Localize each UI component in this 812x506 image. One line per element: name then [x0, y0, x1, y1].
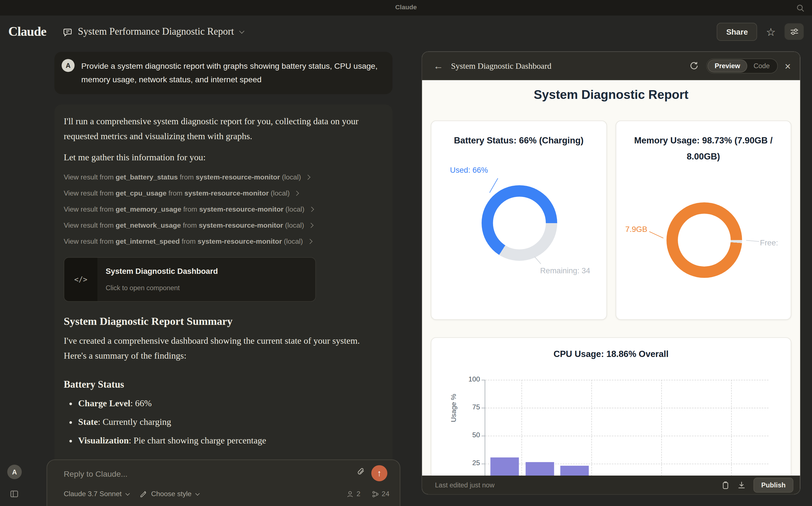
artifact-panel: ← System Diagnostic Dashboard Preview Co…	[422, 52, 800, 494]
memory-card-title: Memory Usage: 98.73% (7.90GB / 8.00GB)	[630, 133, 777, 165]
footer-actions: Publish	[722, 477, 793, 492]
tool-result-mid: from	[167, 186, 184, 200]
section-heading-battery: Battery Status	[64, 377, 383, 392]
composer-toolbar: Claude 3.7 Sonnet Choose style 2 24	[64, 490, 389, 498]
artifact-chip[interactable]: </> System Diagnostic Dashboard Click to…	[64, 257, 316, 302]
tool-result-suffix: (local)	[283, 202, 304, 217]
gridline	[522, 380, 522, 476]
y-tick-mark	[482, 436, 485, 436]
tool-server: system-resource-monitor	[198, 234, 282, 249]
artifact-footer: Last edited just now Publish	[422, 476, 800, 494]
battery-remaining-label: Remaining: 34	[540, 266, 590, 275]
tool-result-suffix: (local)	[280, 170, 301, 184]
person-icon	[347, 490, 354, 498]
last-edited-status: Last edited just now	[435, 481, 495, 489]
chevron-right-icon	[294, 191, 299, 196]
tab-preview[interactable]: Preview	[708, 60, 747, 72]
tool-result-link[interactable]: View result from get_internet_speed from…	[64, 233, 383, 249]
tool-server: system-resource-monitor	[184, 186, 269, 200]
copy-clipboard-icon[interactable]	[722, 480, 730, 489]
label-leader-line	[534, 257, 541, 264]
style-selector[interactable]: Choose style	[140, 490, 199, 498]
tool-results: View result from get_battery_status from…	[64, 169, 383, 250]
y-tick-label: 25	[461, 459, 480, 467]
tool-name: get_memory_usage	[116, 202, 181, 217]
assistant-intro: I'll run a comprehensive system diagnost…	[64, 114, 383, 144]
user-message: A Provide a system diagnostic report wit…	[55, 52, 392, 94]
user-message-text: Provide a system diagnostic report with …	[81, 62, 377, 84]
battery-bullet-list: Charge Level: 66% State: Currently charg…	[64, 396, 383, 448]
list-item: Charge Level: 66%	[78, 396, 383, 411]
tool-name: get_internet_speed	[116, 234, 179, 249]
star-icon[interactable]: ☆	[766, 26, 776, 37]
composer: ↑ Claude 3.7 Sonnet Choose style 2 24	[47, 459, 400, 506]
bullet-label: Visualization	[78, 435, 129, 446]
sliders-settings-icon[interactable]	[785, 23, 804, 40]
tool-result-link[interactable]: View result from get_battery_status from…	[64, 169, 383, 185]
branch-counter[interactable]: 24	[372, 490, 390, 498]
collaborators-counter[interactable]: 2	[347, 490, 361, 498]
header-actions: Share ☆	[717, 22, 804, 40]
battery-donut-chart	[482, 185, 557, 261]
cpu-usage-card: CPU Usage: 18.86% Overall Usage % 100755…	[431, 338, 791, 476]
chat-title-menu[interactable]: System Performance Diagnostic Report	[63, 26, 243, 37]
cpu-card-title: CPU Usage: 18.86% Overall	[431, 349, 791, 360]
bullet-label: Charge Level	[78, 398, 130, 408]
bullet-text: : 66%	[130, 398, 152, 408]
artifact-header: ← System Diagnostic Dashboard Preview Co…	[422, 52, 800, 80]
download-icon[interactable]	[738, 480, 746, 489]
memory-card: Memory Usage: 98.73% (7.90GB / 8.00GB) 7…	[615, 120, 792, 320]
y-tick-mark	[482, 380, 485, 381]
claude-logo[interactable]: Claude	[8, 24, 46, 38]
memory-free-label: Free:	[760, 238, 778, 247]
label-leader-line	[746, 240, 759, 242]
back-arrow-icon[interactable]: ←	[433, 61, 443, 71]
y-tick-mark	[482, 464, 485, 464]
gridline	[485, 380, 768, 381]
cpu-bar	[490, 457, 519, 476]
tool-result-link[interactable]: View result from get_memory_usage from s…	[64, 201, 383, 217]
tool-result-prefix: View result from	[64, 234, 116, 249]
list-item: State: Currently charging	[78, 414, 383, 429]
summary-heading: System Diagnostic Report Summary	[64, 314, 383, 329]
style-icon	[140, 490, 148, 498]
cpu-y-axis-label: Usage %	[450, 374, 458, 442]
close-icon[interactable]: ×	[785, 61, 791, 71]
app-window: Claude Claude System Performance Diagnos…	[0, 0, 812, 506]
tool-result-prefix: View result from	[64, 186, 116, 200]
send-button[interactable]: ↑	[371, 465, 387, 481]
counter-value: 2	[356, 490, 360, 498]
branch-icon	[372, 490, 379, 498]
sidebar-toggle-icon[interactable]	[10, 490, 19, 498]
tool-result-prefix: View result from	[64, 202, 116, 217]
chat-title: System Performance Diagnostic Report	[78, 26, 234, 37]
y-tick-label: 50	[461, 431, 480, 439]
model-selector[interactable]: Claude 3.7 Sonnet	[64, 490, 128, 498]
reply-input[interactable]	[64, 470, 351, 486]
artifact-content: System Diagnostic Report Battery Status:…	[422, 80, 800, 476]
refresh-icon[interactable]	[689, 62, 698, 70]
code-icon: </>	[64, 258, 97, 301]
gridline	[661, 380, 662, 476]
cpu-bar	[525, 462, 554, 476]
tool-result-link[interactable]: View result from get_cpu_usage from syst…	[64, 185, 383, 201]
tool-result-link[interactable]: View result from get_network_usage from …	[64, 217, 383, 233]
battery-used-label: Used: 66%	[450, 166, 488, 174]
tool-result-mid: from	[178, 170, 196, 184]
report-title: System Diagnostic Report	[431, 87, 791, 102]
share-button[interactable]: Share	[717, 22, 757, 40]
paperclip-icon[interactable]	[356, 468, 366, 477]
artifact-title: System Diagnostic Dashboard	[451, 62, 551, 71]
profile-avatar[interactable]: A	[7, 465, 22, 479]
app-header: Claude System Performance Diagnostic Rep…	[0, 15, 812, 48]
memory-donut-chart	[666, 202, 742, 278]
tool-server: system-resource-monitor	[196, 170, 280, 184]
tab-code[interactable]: Code	[747, 60, 777, 72]
gridline	[731, 380, 732, 476]
window-title: Claude	[0, 4, 812, 11]
chevron-right-icon	[308, 223, 313, 228]
publish-button[interactable]: Publish	[753, 477, 793, 492]
window-titlebar: Claude	[0, 0, 812, 15]
chevron-down-icon	[126, 491, 130, 496]
search-icon[interactable]	[796, 4, 805, 12]
